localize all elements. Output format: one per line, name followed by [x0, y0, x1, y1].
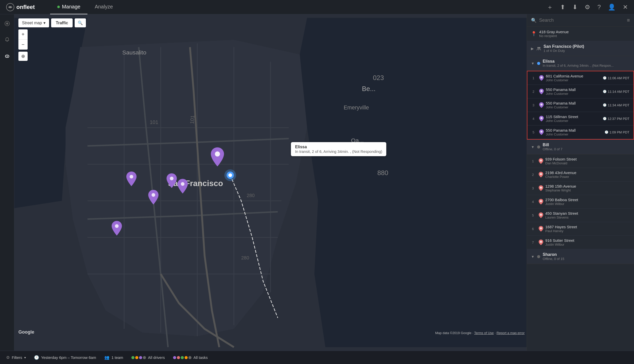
task-pin: [539, 75, 544, 81]
svg-text:280: 280: [247, 193, 255, 198]
nav-right: ＋ ⬆ ⬇ ⚙ ? 👤 ✕: [547, 3, 628, 11]
task-address: 1298 15th Avenue: [545, 184, 630, 188]
zoom-out-button[interactable]: −: [18, 40, 28, 50]
driver-elissa-header[interactable]: ▼ Elissa In transit, 2 of 6, Arriving 34…: [527, 56, 634, 71]
task-customer: Justin Wilbur: [545, 202, 630, 206]
clock-icon: 🕐: [605, 130, 608, 134]
svg-text:101: 101: [150, 119, 158, 125]
filters-button[interactable]: ⚙ Filters ▾: [6, 355, 26, 360]
driver-sharon-name: Sharon: [543, 252, 564, 257]
task-item[interactable]: 5 450 Stanyan Street Lauren Stevens: [527, 209, 634, 222]
driver-dot-orange: [135, 356, 138, 359]
task-address: 550 Panama Mall: [546, 128, 605, 132]
driver-dots: [131, 356, 146, 359]
driver-status-dot: [537, 145, 540, 149]
task-item[interactable]: 6 1687 Hayes Street Paul Harvey: [527, 222, 634, 236]
task-item[interactable]: 4 115 Stillman Street John Customer 🕐 12…: [527, 112, 633, 126]
bottom-bar: ⚙ Filters ▾ 🕐 Yesterday 6pm – Tomorrow 6…: [0, 351, 634, 364]
svg-point-45: [540, 187, 542, 189]
zoom-in-button[interactable]: +: [18, 29, 28, 40]
task-item[interactable]: 3 1298 15th Avenue Stephanie Wright: [527, 181, 634, 195]
collapse-icon[interactable]: ✕: [623, 4, 628, 11]
svg-point-44: [540, 173, 542, 175]
task-details: 550 Panama Mall John Customer: [546, 101, 603, 109]
map-search-button[interactable]: 🔍: [75, 18, 86, 27]
org-sf-pilot-header[interactable]: ▶ San Francisco (Pilot) 1 of 4 On Duty: [527, 41, 634, 56]
task-item[interactable]: 7 916 Sutter Street Justin Wilbur: [527, 236, 634, 249]
tooltip-driver-name: Elissa: [295, 145, 382, 149]
menu-icon[interactable]: ≡: [627, 17, 630, 23]
task-item[interactable]: 2 2198 43rd Avenue Charlotte Power: [527, 168, 634, 181]
svg-point-49: [540, 241, 542, 243]
all-drivers-item[interactable]: All drivers: [131, 355, 165, 360]
driver-elissa-status: In transit, 2 of 6, Arriving 34min. , (N…: [543, 64, 614, 67]
driver-bill-header[interactable]: ▼ Bill Offline, 0 of 7: [527, 140, 634, 154]
task-dot-green: [181, 356, 184, 359]
export-icon[interactable]: ⬇: [572, 4, 578, 11]
locate-button[interactable]: ⊕: [18, 52, 28, 61]
map-type-select[interactable]: Street map ▾: [18, 18, 49, 27]
svg-point-31: [115, 224, 119, 228]
task-pin: [539, 172, 543, 177]
org-name: San Francisco (Pilot): [544, 44, 584, 49]
notification-icon[interactable]: [2, 35, 12, 45]
map-type-chevron: ▾: [43, 20, 46, 25]
svg-point-27: [181, 182, 184, 186]
all-tasks-item[interactable]: All tasks: [173, 355, 208, 360]
tab-analyze[interactable]: Analyze: [87, 0, 120, 14]
driver-dot-green: [131, 356, 134, 359]
user-icon[interactable]: 👤: [608, 4, 616, 11]
svg-point-2: [6, 22, 8, 25]
svg-point-36: [539, 47, 540, 49]
search-input[interactable]: [539, 18, 624, 23]
help-icon[interactable]: ?: [597, 4, 601, 11]
clock-icon: 🕐: [34, 355, 39, 360]
task-customer: Lauren Stevens: [545, 215, 630, 219]
task-customer: Justin Wilbur: [545, 243, 630, 246]
map-data-label: Map data ©2019 Google · Terms of Use · R…: [435, 331, 525, 335]
settings-icon[interactable]: ⚙: [585, 4, 590, 11]
driver-status-dot: [537, 62, 540, 65]
team-item[interactable]: 👥 1 team: [104, 355, 123, 360]
task-item[interactable]: 1 939 Folsom Street Dan McDonald: [527, 154, 634, 168]
task-customer: Paul Harvey: [545, 229, 630, 233]
no-recipient-item[interactable]: 📍 418 Gray Avenue No recipient: [527, 27, 634, 41]
map-area[interactable]: 101 101 280 280 023 880 Sausalito San Fr…: [14, 14, 527, 351]
task-item[interactable]: 2 550 Panama Mall John Customer 🕐 11:14 …: [527, 85, 633, 98]
task-item[interactable]: 4 2700 Balboa Street Justin Wilbur: [527, 195, 634, 209]
task-customer: Stephanie Wright: [545, 188, 630, 192]
tab-manage[interactable]: Manage: [50, 0, 87, 14]
import-icon[interactable]: ⬆: [560, 4, 565, 11]
driver-sharon-header[interactable]: ▼ Sharon Offline, 0 of 15: [527, 249, 634, 264]
svg-text:Be...: Be...: [362, 85, 376, 92]
task-pin: [539, 212, 543, 218]
dashboard-icon[interactable]: [2, 18, 12, 29]
task-time: 🕐 11:14 AM PDT: [603, 90, 629, 94]
task-customer: John Customer: [546, 119, 603, 123]
svg-point-3: [7, 56, 8, 57]
task-time: 🕐 11:06 AM PDT: [603, 76, 629, 80]
map-tooltip: Elissa In transit, 2 of 6, Arriving 34mi…: [291, 142, 386, 156]
traffic-button[interactable]: Traffic: [51, 18, 73, 27]
left-sidebar: [0, 14, 14, 351]
task-item[interactable]: 1 601 California Avenue John Customer 🕐 …: [527, 71, 633, 85]
task-details: 2198 43rd Avenue Charlotte Power: [545, 170, 630, 179]
driver-status-dot: [537, 255, 540, 258]
task-details: 550 Panama Mall John Customer: [546, 87, 603, 96]
filter-chevron: ▾: [24, 356, 26, 359]
right-panel: 🔍 ≡ 📍 418 Gray Avenue No recipient ▶ San…: [527, 14, 634, 351]
map-type-label: Street map: [22, 21, 42, 25]
task-pin: [539, 158, 543, 164]
task-item[interactable]: 3 550 Panama Mall John Customer 🕐 11:34 …: [527, 98, 633, 112]
time-range-item[interactable]: 🕐 Yesterday 6pm – Tomorrow 6am: [34, 355, 96, 360]
clock-icon: 🕐: [603, 90, 607, 93]
add-icon[interactable]: ＋: [547, 3, 553, 11]
task-item[interactable]: 5 550 Panama Mall John Customer 🕐 1:09 P…: [527, 126, 633, 139]
search-icon: 🔍: [531, 18, 537, 23]
task-pin: [539, 116, 544, 121]
task-details: 115 Stillman Street John Customer: [546, 115, 603, 123]
team-icon: [536, 46, 541, 51]
broadcast-icon[interactable]: [2, 51, 12, 61]
task-list: 📍 418 Gray Avenue No recipient ▶ San Fra…: [527, 27, 634, 351]
svg-point-46: [540, 200, 542, 202]
